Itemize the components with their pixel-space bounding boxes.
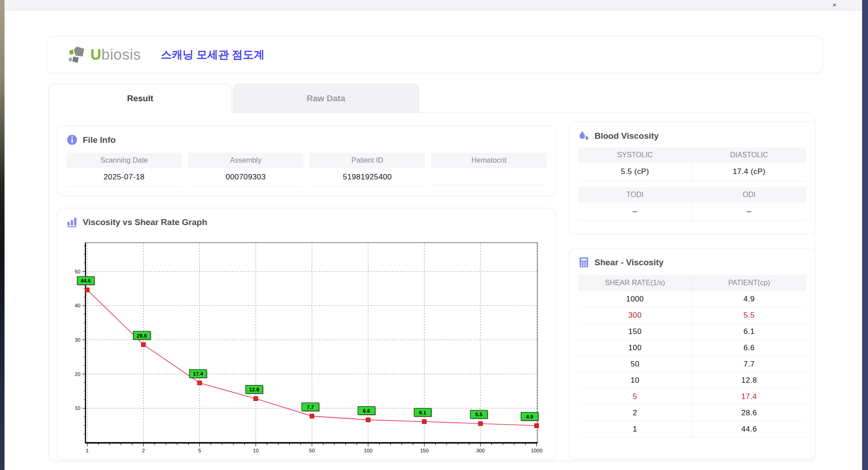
logo-rest: biosis	[101, 46, 141, 63]
ubiosis-logo: Ubiosis	[68, 45, 141, 64]
file-info-fields: Scanning Date2025-07-18Assembly000709303…	[66, 153, 547, 187]
cell-patient: 44.6	[692, 421, 806, 437]
data-point-marker	[254, 397, 258, 401]
cell-shear-rate: 150	[578, 324, 692, 339]
cell-shear-rate: 10	[578, 372, 692, 388]
file-info-field: Hematocrit	[431, 153, 547, 187]
cell-shear-rate: 100	[578, 340, 692, 356]
field-label: Scanning Date	[66, 153, 182, 168]
blood-viscosity-title: Blood Viscosity	[594, 131, 659, 141]
cell-shear-rate: 5	[578, 389, 692, 404]
file-info-field: Assembly000709303	[188, 153, 303, 187]
column-header-patient: PATIENT(cp)	[692, 275, 806, 291]
blood-viscosity-group: SYSTOLICDIASTOLIC5.5 (cP)17.4 (cP)	[578, 147, 806, 181]
bar-chart-icon	[66, 216, 78, 228]
cell-shear-rate: 50	[578, 356, 692, 372]
y-tick-label: 50	[75, 269, 80, 274]
window-titlebar: ×	[5, 0, 862, 10]
data-point-marker	[422, 419, 426, 423]
field-label: Assembly	[188, 153, 303, 168]
cell-patient: 12.8	[692, 372, 806, 388]
bv-value: –	[578, 202, 692, 221]
column-header-shear-rate: SHEAR RATE(1/s)	[578, 275, 692, 291]
chart-area: 10203040501251050100150300100044.628.617…	[72, 239, 542, 462]
x-tick-label: 100	[364, 448, 373, 453]
data-point-label: 12.8	[249, 387, 259, 392]
file-info-title: File Info	[83, 135, 116, 145]
cell-shear-rate: 300	[578, 307, 692, 323]
data-point-label: 7.7	[307, 404, 314, 410]
y-tick-label: 40	[75, 303, 80, 308]
field-value: 2025-07-18	[66, 168, 182, 187]
file-info-field: Patient ID51981925400	[310, 153, 425, 187]
table-row: 517.4	[578, 389, 806, 405]
table-row: 1006.6	[578, 340, 806, 356]
x-tick-label: 1	[86, 448, 89, 453]
shear-viscosity-card: Shear - Viscosity SHEAR RATE(1/s) PATIEN…	[569, 248, 816, 460]
x-tick-label: 1000	[531, 448, 542, 453]
bv-label: ODI	[692, 187, 806, 202]
x-tick-label: 5	[198, 448, 201, 453]
cell-shear-rate: 1000	[578, 291, 692, 307]
bv-value: 5.5 (cP)	[578, 163, 692, 181]
cell-patient: 17.4	[692, 389, 806, 404]
shear-viscosity-title: Shear - Viscosity	[594, 258, 664, 268]
data-point-label: 17.4	[193, 371, 203, 376]
app-window: Ubiosis 스캐닝 모세관 점도계 Result Raw Data File…	[5, 10, 862, 470]
bv-value: –	[692, 202, 806, 221]
data-point-label: 44.6	[80, 278, 90, 283]
tab-raw-data[interactable]: Raw Data	[233, 84, 419, 113]
bv-value: 17.4 (cP)	[692, 163, 806, 181]
table-row: 1506.1	[578, 324, 806, 340]
logo-text: Ubiosis	[90, 46, 141, 63]
ubiosis-logo-icon	[68, 45, 88, 64]
x-tick-label: 50	[309, 448, 315, 453]
field-label: Hematocrit	[431, 153, 547, 168]
data-point-marker	[310, 414, 314, 418]
viscosity-graph-title: Viscosity vs Shear Rate Graph	[83, 217, 207, 227]
page-title: 스캐닝 모세관 점도계	[161, 47, 264, 62]
x-tick-label: 2	[142, 448, 145, 453]
data-point-marker	[366, 418, 370, 422]
field-label: Patient ID	[310, 153, 425, 168]
shear-viscosity-table-header: SHEAR RATE(1/s) PATIENT(cp)	[578, 275, 806, 291]
water-drops-icon	[578, 130, 590, 141]
info-icon	[66, 134, 78, 146]
logo-letter-u: U	[90, 46, 101, 63]
cell-patient: 6.1	[692, 324, 806, 339]
shear-viscosity-table: SHEAR RATE(1/s) PATIENT(cp) 10004.93005.…	[578, 275, 806, 437]
close-icon[interactable]: ×	[830, 0, 840, 9]
tab-bar: Result Raw Data	[48, 84, 419, 113]
calculator-icon	[578, 257, 590, 268]
data-point-marker	[142, 343, 146, 347]
x-tick-label: 10	[253, 448, 259, 453]
data-point-label: 4.9	[526, 414, 533, 419]
field-value: 000709303	[188, 168, 303, 187]
cell-shear-rate: 1	[578, 421, 692, 437]
blood-viscosity-groups: SYSTOLICDIASTOLIC5.5 (cP)17.4 (cP)TODIOD…	[578, 147, 806, 221]
table-row: 3005.5	[578, 307, 806, 324]
y-tick-label: 10	[75, 405, 80, 411]
result-panel: File Info Scanning Date2025-07-18Assembl…	[48, 113, 815, 461]
viscosity-graph-card: Viscosity vs Shear Rate Graph 1020304050…	[57, 208, 556, 460]
x-tick-label: 300	[476, 448, 485, 453]
data-point-marker	[478, 422, 482, 426]
data-point-marker	[85, 288, 90, 292]
field-value: 51981925400	[310, 168, 425, 187]
shear-viscosity-rows: 10004.93005.51506.11006.6507.71012.8517.…	[578, 291, 806, 437]
tab-result[interactable]: Result	[48, 84, 232, 113]
bv-label: DIASTOLIC	[692, 147, 806, 163]
cell-patient: 4.9	[692, 291, 806, 307]
data-point-marker	[198, 381, 202, 385]
data-point-label: 28.6	[137, 333, 147, 338]
cell-patient: 6.6	[692, 340, 806, 356]
y-tick-label: 20	[75, 371, 80, 377]
bv-label: SYSTOLIC	[578, 147, 692, 163]
desktop-background-left	[0, 0, 5, 470]
table-row: 10004.9	[578, 291, 806, 307]
app-header: Ubiosis 스캐닝 모세관 점도계	[47, 36, 823, 73]
table-row: 228.6	[578, 405, 806, 421]
file-info-field: Scanning Date2025-07-18	[66, 153, 182, 187]
field-value	[431, 168, 547, 185]
cell-shear-rate: 2	[578, 405, 692, 421]
